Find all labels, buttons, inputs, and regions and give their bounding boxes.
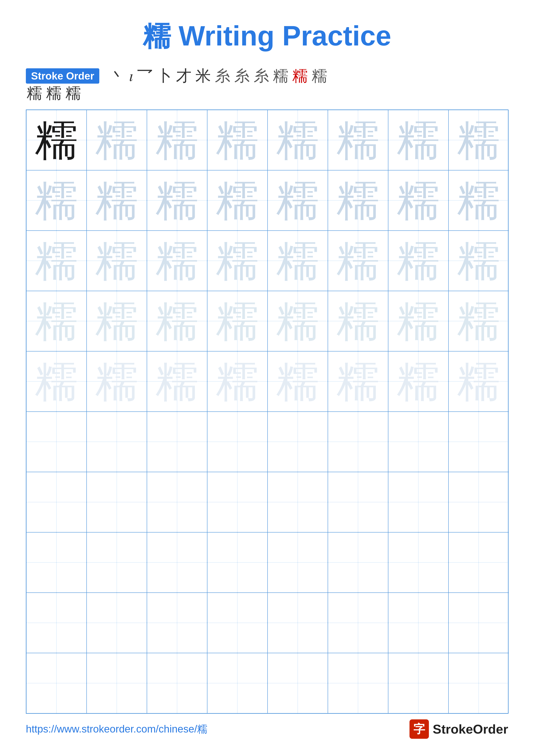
grid-cell[interactable] xyxy=(87,653,147,713)
grid-cell[interactable] xyxy=(328,532,388,593)
grid-cell[interactable] xyxy=(147,472,207,532)
grid-cell[interactable] xyxy=(448,653,509,713)
char-display: 糯 xyxy=(337,360,380,403)
grid-cell[interactable] xyxy=(267,412,328,472)
char-display: 糯 xyxy=(95,300,138,343)
grid-cell[interactable] xyxy=(267,472,328,532)
grid-cell[interactable]: 糯 xyxy=(87,230,147,291)
char-display: 糯 xyxy=(397,300,440,343)
grid-cell[interactable] xyxy=(26,593,87,653)
grid-cell[interactable]: 糯 xyxy=(267,291,328,351)
stroke-step-2: 𝚤 xyxy=(129,68,133,84)
grid-cell[interactable] xyxy=(147,412,207,472)
grid-cell[interactable]: 糯 xyxy=(267,170,328,230)
grid-cell[interactable] xyxy=(388,593,448,653)
grid-cell[interactable]: 糯 xyxy=(448,110,509,170)
char-display: 糯 xyxy=(95,360,138,403)
grid-cell[interactable]: 糯 xyxy=(87,351,147,412)
grid-cell[interactable]: 糯 xyxy=(267,230,328,291)
grid-cell[interactable] xyxy=(207,532,267,593)
footer-logo: 字 StrokeOrder xyxy=(410,719,508,739)
grid-cell[interactable] xyxy=(26,532,87,593)
grid-cell[interactable]: 糯 xyxy=(328,170,388,230)
char-display: 糯 xyxy=(397,119,440,162)
grid-cell[interactable]: 糯 xyxy=(147,291,207,351)
grid-cell[interactable] xyxy=(267,653,328,713)
grid-cell[interactable] xyxy=(448,532,509,593)
grid-cell[interactable] xyxy=(207,472,267,532)
grid-cell[interactable] xyxy=(388,472,448,532)
grid-cell[interactable]: 糯 xyxy=(328,351,388,412)
char-display: 糯 xyxy=(156,300,199,343)
grid-cell[interactable]: 糯 xyxy=(448,351,509,412)
grid-cell[interactable] xyxy=(87,472,147,532)
grid-cell[interactable]: 糯 xyxy=(207,351,267,412)
grid-cell[interactable]: 糯 xyxy=(328,291,388,351)
grid-cell[interactable]: 糯 xyxy=(448,291,509,351)
stroke-step-4: 卜 xyxy=(157,68,172,84)
char-display: 糯 xyxy=(216,360,259,403)
grid-cell[interactable] xyxy=(388,412,448,472)
grid-cell[interactable] xyxy=(87,532,147,593)
grid-cell[interactable] xyxy=(26,472,87,532)
char-display: 糯 xyxy=(457,239,500,282)
grid-cell[interactable]: 糯 xyxy=(328,110,388,170)
grid-cell[interactable]: 糯 xyxy=(388,291,448,351)
grid-cell[interactable] xyxy=(267,593,328,653)
grid-cell[interactable]: 糯 xyxy=(448,170,509,230)
grid-cell[interactable] xyxy=(328,653,388,713)
grid-cell[interactable] xyxy=(328,472,388,532)
grid-cell[interactable] xyxy=(267,532,328,593)
grid-cell[interactable] xyxy=(147,532,207,593)
grid-cell[interactable]: 糯 xyxy=(87,170,147,230)
char-display: 糯 xyxy=(397,179,440,222)
footer-url[interactable]: https://www.strokeorder.com/chinese/糯 xyxy=(26,722,207,736)
grid-cell[interactable]: 糯 xyxy=(388,351,448,412)
grid-cell[interactable]: 糯 xyxy=(87,291,147,351)
grid-cell[interactable]: 糯 xyxy=(26,351,87,412)
grid-cell[interactable]: 糯 xyxy=(147,230,207,291)
grid-cell[interactable] xyxy=(207,593,267,653)
char-display: 糯 xyxy=(156,179,199,222)
char-display: 糯 xyxy=(337,179,380,222)
grid-cell[interactable] xyxy=(147,593,207,653)
grid-cell[interactable] xyxy=(448,472,509,532)
grid-cell[interactable]: 糯 xyxy=(26,291,87,351)
grid-cell[interactable]: 糯 xyxy=(26,230,87,291)
title-character: 糯 xyxy=(143,20,171,51)
grid-cell[interactable]: 糯 xyxy=(328,230,388,291)
grid-cell[interactable] xyxy=(388,653,448,713)
grid-cell[interactable] xyxy=(448,412,509,472)
grid-cell[interactable]: 糯 xyxy=(448,230,509,291)
grid-cell[interactable]: 糯 xyxy=(26,170,87,230)
grid-cell[interactable]: 糯 xyxy=(207,230,267,291)
grid-cell[interactable]: 糯 xyxy=(388,170,448,230)
grid-cell[interactable] xyxy=(26,653,87,713)
grid-cell[interactable] xyxy=(207,653,267,713)
grid-cell[interactable]: 糯 xyxy=(388,230,448,291)
grid-cell[interactable] xyxy=(147,653,207,713)
grid-cell[interactable]: 糯 xyxy=(207,110,267,170)
grid-cell[interactable]: 糯 xyxy=(147,110,207,170)
grid-cell[interactable]: 糯 xyxy=(207,170,267,230)
grid-cell[interactable] xyxy=(87,593,147,653)
stroke-step-9: 糸 xyxy=(254,68,269,84)
grid-cell[interactable]: 糯 xyxy=(147,170,207,230)
grid-cell[interactable] xyxy=(328,412,388,472)
grid-cell[interactable] xyxy=(87,412,147,472)
grid-cell[interactable]: 糯 xyxy=(87,110,147,170)
grid-cell[interactable]: 糯 xyxy=(147,351,207,412)
grid-cell[interactable]: 糯 xyxy=(26,110,87,170)
grid-cell[interactable] xyxy=(388,532,448,593)
grid-row-1: 糯 糯 糯 糯 糯 糯 糯 糯 xyxy=(26,110,508,170)
grid-cell[interactable] xyxy=(328,593,388,653)
grid-row-10 xyxy=(26,653,508,713)
grid-cell[interactable]: 糯 xyxy=(207,291,267,351)
grid-cell[interactable]: 糯 xyxy=(267,110,328,170)
grid-cell[interactable]: 糯 xyxy=(388,110,448,170)
grid-cell[interactable]: 糯 xyxy=(267,351,328,412)
grid-cell[interactable] xyxy=(207,412,267,472)
grid-cell[interactable] xyxy=(448,593,509,653)
grid-cell[interactable] xyxy=(26,412,87,472)
char-display: 糯 xyxy=(276,300,319,343)
